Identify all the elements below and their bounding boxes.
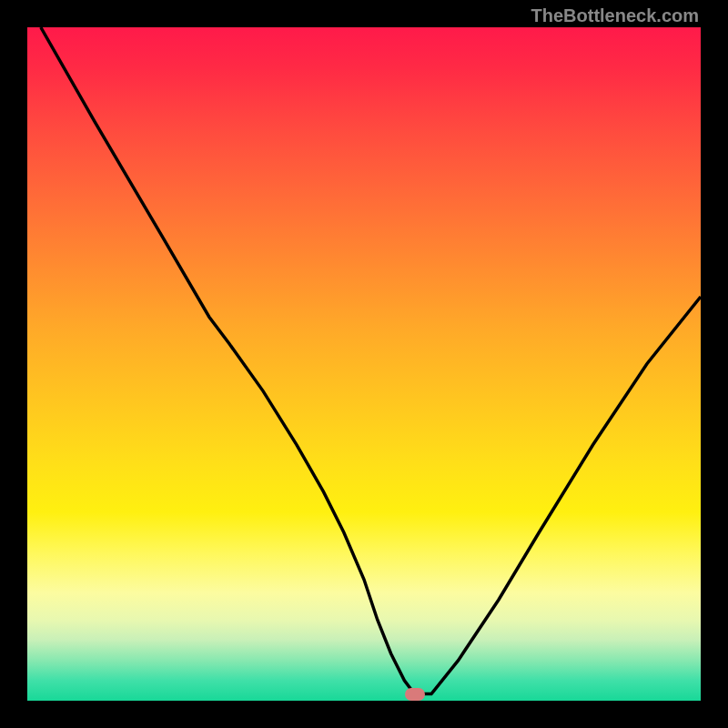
- curve-svg: [27, 27, 701, 701]
- watermark-text: TheBottleneck.com: [531, 5, 699, 26]
- plot-area: [27, 27, 701, 701]
- chart-container: TheBottleneck.com: [0, 0, 728, 728]
- minimum-marker: [405, 688, 425, 701]
- bottleneck-curve: [41, 27, 701, 694]
